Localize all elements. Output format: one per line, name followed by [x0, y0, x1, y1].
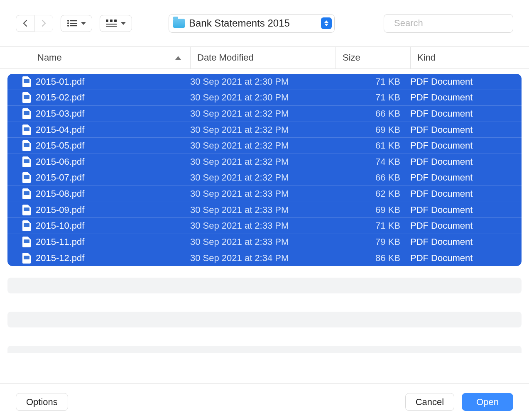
- svg-rect-1: [70, 20, 77, 21]
- column-label: Kind: [417, 52, 436, 63]
- file-size-cell: 71 KB: [336, 220, 410, 231]
- column-headers: Name Date Modified Size Kind: [0, 47, 529, 69]
- view-list-button[interactable]: [61, 15, 92, 32]
- file-kind-cell: PDF Document: [410, 108, 522, 119]
- file-date-cell: 30 Sep 2021 at 2:30 PM: [190, 76, 336, 87]
- accessory-bar: [7, 312, 522, 327]
- chevron-left-icon: [22, 20, 28, 27]
- list-view-icon: [67, 20, 77, 27]
- file-name-label: 2015-09.pdf: [36, 205, 84, 215]
- file-name-label: 2015-06.pdf: [36, 156, 84, 167]
- file-kind-cell: PDF Document: [410, 188, 522, 199]
- back-button[interactable]: [16, 15, 34, 32]
- cancel-button[interactable]: Cancel: [405, 393, 454, 411]
- file-row[interactable]: 2015-09.pdf30 Sep 2021 at 2:33 PM69 KBPD…: [7, 202, 522, 218]
- file-row[interactable]: 2015-10.pdf30 Sep 2021 at 2:33 PM71 KBPD…: [7, 218, 522, 234]
- document-icon: [22, 220, 31, 231]
- file-kind-cell: PDF Document: [410, 92, 522, 103]
- column-header-date[interactable]: Date Modified: [190, 47, 336, 68]
- file-kind-cell: PDF Document: [410, 76, 522, 87]
- search-input[interactable]: [394, 18, 508, 29]
- svg-rect-9: [106, 24, 117, 24]
- group-by-button[interactable]: [100, 15, 132, 32]
- file-name-label: 2015-07.pdf: [36, 172, 84, 183]
- column-header-kind[interactable]: Kind: [410, 47, 529, 68]
- file-date-cell: 30 Sep 2021 at 2:32 PM: [190, 140, 336, 151]
- file-size-cell: 61 KB: [336, 140, 410, 151]
- svg-point-2: [67, 22, 69, 24]
- forward-button[interactable]: [34, 15, 53, 32]
- file-row[interactable]: 2015-11.pdf30 Sep 2021 at 2:33 PM79 KBPD…: [7, 234, 522, 250]
- file-date-cell: 30 Sep 2021 at 2:32 PM: [190, 172, 336, 183]
- file-date-cell: 30 Sep 2021 at 2:32 PM: [190, 108, 336, 119]
- file-row[interactable]: 2015-04.pdf30 Sep 2021 at 2:32 PM69 KBPD…: [7, 122, 522, 138]
- file-name-label: 2015-12.pdf: [36, 253, 84, 264]
- file-size-cell: 71 KB: [336, 92, 410, 103]
- column-label: Date Modified: [197, 52, 254, 63]
- file-row[interactable]: 2015-05.pdf30 Sep 2021 at 2:32 PM61 KBPD…: [7, 138, 522, 154]
- document-icon: [22, 253, 31, 264]
- options-button[interactable]: Options: [16, 393, 68, 411]
- file-name-cell: 2015-03.pdf: [22, 108, 190, 119]
- document-icon: [22, 140, 31, 151]
- file-name-cell: 2015-12.pdf: [22, 253, 190, 264]
- file-row[interactable]: 2015-06.pdf30 Sep 2021 at 2:32 PM74 KBPD…: [7, 154, 522, 170]
- file-name-label: 2015-04.pdf: [36, 125, 84, 135]
- footer: Options Cancel Open: [0, 383, 529, 420]
- file-size-cell: 69 KB: [336, 125, 410, 135]
- chevron-right-icon: [41, 20, 47, 27]
- sort-ascending-icon: [175, 56, 181, 60]
- file-date-cell: 30 Sep 2021 at 2:33 PM: [190, 237, 336, 247]
- file-row[interactable]: 2015-07.pdf30 Sep 2021 at 2:32 PM66 KBPD…: [7, 170, 522, 186]
- open-button[interactable]: Open: [462, 393, 513, 411]
- column-header-size[interactable]: Size: [336, 47, 410, 68]
- svg-point-4: [67, 25, 69, 27]
- file-size-cell: 86 KB: [336, 253, 410, 264]
- file-date-cell: 30 Sep 2021 at 2:34 PM: [190, 253, 336, 264]
- search-field[interactable]: [384, 14, 513, 33]
- file-date-cell: 30 Sep 2021 at 2:30 PM: [190, 92, 336, 103]
- group-icon: [106, 20, 117, 27]
- file-kind-cell: PDF Document: [410, 205, 522, 215]
- file-date-cell: 30 Sep 2021 at 2:33 PM: [190, 205, 336, 215]
- accessory-bar: [7, 278, 522, 293]
- file-name-label: 2015-02.pdf: [36, 92, 84, 103]
- document-icon: [22, 92, 31, 103]
- column-header-name[interactable]: Name: [7, 47, 190, 68]
- file-name-label: 2015-11.pdf: [36, 237, 84, 247]
- svg-rect-10: [106, 26, 117, 27]
- file-size-cell: 66 KB: [336, 172, 410, 183]
- svg-point-0: [67, 20, 69, 22]
- file-name-label: 2015-08.pdf: [36, 188, 84, 199]
- chevron-down-icon: [121, 22, 126, 25]
- file-row[interactable]: 2015-01.pdf30 Sep 2021 at 2:30 PM71 KBPD…: [7, 74, 522, 90]
- file-row[interactable]: 2015-03.pdf30 Sep 2021 at 2:32 PM66 KBPD…: [7, 106, 522, 122]
- chevron-down-icon: [81, 22, 86, 25]
- file-name-cell: 2015-05.pdf: [22, 140, 190, 151]
- file-list: 2015-01.pdf30 Sep 2021 at 2:30 PM71 KBPD…: [7, 74, 522, 266]
- file-kind-cell: PDF Document: [410, 172, 522, 183]
- file-kind-cell: PDF Document: [410, 220, 522, 231]
- file-row[interactable]: 2015-08.pdf30 Sep 2021 at 2:33 PM62 KBPD…: [7, 186, 522, 202]
- file-size-cell: 79 KB: [336, 237, 410, 247]
- svg-rect-8: [114, 20, 117, 22]
- document-icon: [22, 205, 31, 215]
- file-kind-cell: PDF Document: [410, 253, 522, 264]
- file-size-cell: 66 KB: [336, 108, 410, 119]
- file-size-cell: 69 KB: [336, 205, 410, 215]
- file-size-cell: 71 KB: [336, 76, 410, 87]
- file-date-cell: 30 Sep 2021 at 2:32 PM: [190, 125, 336, 135]
- file-name-cell: 2015-08.pdf: [22, 188, 190, 199]
- file-row[interactable]: 2015-12.pdf30 Sep 2021 at 2:34 PM86 KBPD…: [7, 250, 522, 266]
- location-popup[interactable]: Bank Statements 2015: [169, 14, 335, 33]
- file-kind-cell: PDF Document: [410, 140, 522, 151]
- file-name-cell: 2015-11.pdf: [22, 237, 190, 247]
- file-date-cell: 30 Sep 2021 at 2:33 PM: [190, 188, 336, 199]
- file-name-cell: 2015-06.pdf: [22, 156, 190, 167]
- svg-rect-5: [70, 25, 77, 26]
- file-browser-body: 2015-01.pdf30 Sep 2021 at 2:30 PM71 KBPD…: [0, 69, 529, 383]
- file-row[interactable]: 2015-02.pdf30 Sep 2021 at 2:30 PM71 KBPD…: [7, 90, 522, 106]
- svg-rect-6: [106, 20, 108, 22]
- document-icon: [22, 108, 31, 119]
- svg-rect-3: [70, 23, 77, 24]
